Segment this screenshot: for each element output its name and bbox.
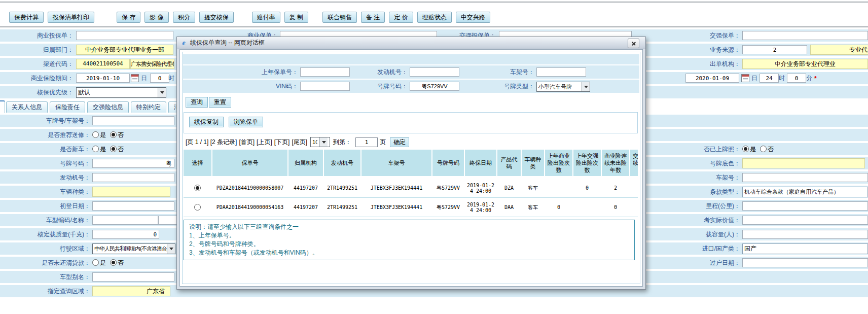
compulsory-period-minute-input[interactable]	[787, 74, 806, 83]
business-period-hour-input[interactable]	[150, 74, 169, 83]
engine-number-label: 发动机号：	[0, 171, 90, 184]
driving-area-select[interactable]: 中华人民共和国境内(不含港澳台)	[92, 243, 175, 254]
loss-ratio-button[interactable]: 赔付率	[252, 12, 280, 23]
plate-number-input[interactable]	[92, 159, 174, 168]
joint-sale-button[interactable]: 联合销售	[322, 12, 357, 23]
claim-status-button[interactable]: 理赔状态	[417, 12, 452, 23]
vin-cell: JTEBX3FJ3EK194441	[361, 178, 432, 198]
tab-bar: 关系人信息 保险责任 交强险信息 特别约定 汇总信息	[6, 100, 206, 113]
pricing-button[interactable]: 定 价	[389, 12, 413, 23]
save-button[interactable]: 保 存	[117, 12, 140, 23]
plate-number-input[interactable]	[410, 82, 459, 91]
row-select-cell[interactable]	[184, 198, 212, 217]
page-size-select[interactable]: 10	[310, 137, 330, 147]
radio-yes[interactable]	[92, 146, 99, 152]
next-page-link[interactable]: [下页]	[274, 138, 290, 147]
row-radio[interactable]	[194, 204, 201, 211]
calendar-icon[interactable]	[131, 74, 139, 82]
query-button[interactable]: 查询	[186, 97, 208, 108]
col-end-date: 终保日期	[464, 150, 497, 178]
tab-insurance-liability[interactable]: 保险责任	[50, 101, 85, 113]
underwriting-priority-select[interactable]: 默认	[76, 87, 166, 98]
mileage-input[interactable]	[742, 201, 868, 211]
vin-input[interactable]	[536, 67, 586, 77]
plate-or-vin-input[interactable]	[92, 116, 174, 125]
result-table: 选择 保单号 归属机构 发动机号 车架号 号牌号码 终保日期 产品代码 车辆种类…	[184, 150, 638, 217]
seat-capacity-input[interactable]	[742, 230, 868, 239]
transfer-date-input[interactable]	[742, 258, 868, 267]
radio-no[interactable]	[760, 146, 767, 152]
radio-no[interactable]	[110, 131, 117, 138]
vtype-cell: 客车	[521, 178, 545, 198]
plate-type-select[interactable]: 小型汽车号牌	[536, 82, 590, 92]
dialog-body: 上年保单号： 发动机号： 车架号： VIN码： 号牌号码： 号牌类型： 小型汽车…	[179, 49, 643, 287]
first-registration-input[interactable]	[92, 201, 174, 211]
vehicle-type-field[interactable]	[92, 187, 170, 197]
biz-years-cell: 2	[601, 178, 630, 198]
radio-no[interactable]	[110, 259, 117, 266]
table-row[interactable]: PDZA201844190000058007 44197207 2TR14992…	[184, 178, 638, 198]
model-alias-input[interactable]	[92, 272, 174, 282]
import-domestic-label: 进口/国产类：	[665, 242, 740, 255]
model-code-input[interactable]	[92, 216, 158, 225]
row-select-cell[interactable]	[184, 178, 212, 198]
business-period-date-input[interactable]	[76, 74, 130, 83]
renew-copy-button[interactable]: 续保复制	[189, 117, 224, 127]
zhongjiao-button[interactable]: 中交兴路	[456, 12, 490, 23]
close-icon[interactable]	[628, 39, 639, 48]
radio-no-label: 否	[768, 146, 774, 153]
last-page-link[interactable]: [尾页]	[292, 138, 307, 147]
toolbar-divider	[0, 26, 868, 27]
radio-yes[interactable]	[742, 146, 749, 152]
end-date-cell: 2019-01-24 24:00	[464, 178, 497, 198]
tab-vehicle-selected[interactable]	[0, 100, 5, 113]
engine-number-input[interactable]	[410, 67, 459, 77]
points-button[interactable]: 积分	[173, 12, 195, 23]
reset-button[interactable]: 重置	[209, 97, 231, 108]
radio-no[interactable]	[110, 146, 117, 152]
compulsory-period-date-input[interactable]	[685, 74, 739, 83]
engine-number-input[interactable]	[92, 173, 174, 182]
table-row[interactable]: PDAA201844190000054163 44197207 2TR14992…	[184, 198, 638, 217]
business-source-code-input[interactable]	[742, 45, 807, 54]
browse-policy-button[interactable]: 浏览保单	[229, 117, 263, 127]
image-button[interactable]: 影 像	[144, 12, 168, 23]
vin-cell: JTEBX3FJ3EK194441	[361, 198, 432, 217]
engine-cell: 2TR1499251	[323, 178, 361, 198]
radio-yes[interactable]	[92, 259, 99, 266]
calendar-icon[interactable]	[741, 74, 749, 82]
tab-related-persons[interactable]: 关系人信息	[6, 101, 48, 113]
recommend-repair-radio-group: 是否	[92, 129, 128, 141]
radio-yes[interactable]	[92, 131, 99, 138]
prev-page-link[interactable]: [上页]	[257, 138, 272, 147]
compulsory-period-hour-input[interactable]	[760, 74, 779, 83]
import-domestic-field[interactable]: 国产	[742, 243, 868, 254]
tab-special-agreement[interactable]: 特别约定	[131, 101, 166, 113]
col-product: 产品代码	[497, 150, 521, 178]
row-radio[interactable]	[194, 185, 201, 191]
vin-input[interactable]	[742, 173, 868, 182]
plate-or-vin-label: 车牌号/车架号：	[0, 115, 90, 127]
dialog-title-bar[interactable]: e 续保保单查询 -- 网页对话框	[177, 37, 645, 49]
plate-color-field[interactable]	[742, 158, 865, 168]
premium-calc-button[interactable]: 保费计算	[9, 12, 44, 23]
print-proposal-button[interactable]: 投保清单打印	[48, 12, 94, 23]
issue-org-field: 中介业务部专业代理业	[742, 59, 868, 69]
goto-page-input[interactable]	[355, 137, 378, 147]
model-code-label: 车型编码/名称：	[0, 214, 90, 226]
query-area-field[interactable]: 广东省	[92, 286, 170, 296]
submit-underwriting-button[interactable]: 提交核保	[199, 12, 234, 23]
copy-button[interactable]: 复 制	[284, 12, 308, 23]
business-proposal-input[interactable]	[76, 31, 173, 40]
clause-type-field[interactable]: 机动车综合条款（家庭自用汽车产品）	[742, 187, 868, 197]
confirm-button[interactable]: 确定	[390, 137, 409, 147]
radio-yes-label: 是	[750, 146, 756, 153]
compulsory-policy-input[interactable]	[742, 31, 868, 40]
ie-browser-icon: e	[180, 39, 188, 47]
load-mass-input[interactable]	[92, 230, 159, 239]
channel-code-field[interactable]: 440021100504	[76, 59, 130, 69]
remark-button[interactable]: 备 注	[361, 12, 385, 23]
tab-compulsory-info[interactable]: 交强险信息	[87, 101, 129, 113]
reference-value-input[interactable]	[742, 216, 868, 225]
first-page-link[interactable]: [首页]	[239, 138, 255, 147]
